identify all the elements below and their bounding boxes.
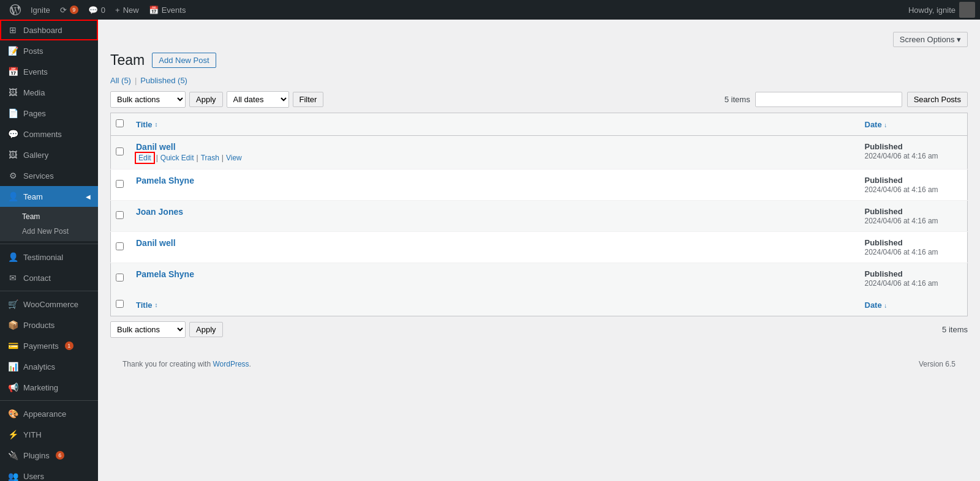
sidebar-item-label: Testimonial bbox=[23, 253, 63, 262]
updates-icon: ⟳ bbox=[60, 6, 67, 15]
wp-logo-btn[interactable] bbox=[5, 0, 26, 20]
quick-edit-link[interactable]: Quick Edit bbox=[160, 154, 194, 162]
post-status: Published bbox=[865, 176, 903, 185]
analytics-icon: 📊 bbox=[7, 361, 18, 372]
select-all-footer-checkbox[interactable] bbox=[116, 300, 124, 308]
post-date: 2024/04/06 at 4:16 am bbox=[865, 217, 938, 225]
apply-button-bottom[interactable]: Apply bbox=[189, 322, 223, 337]
sidebar-item-team[interactable]: 👤 Team ◀ bbox=[0, 186, 98, 207]
comments-btn[interactable]: 💬 0 bbox=[83, 0, 110, 20]
row-date-cell: Published 2024/04/06 at 4:16 am bbox=[858, 201, 968, 232]
title-column-header[interactable]: Title ↕ bbox=[129, 113, 858, 136]
row-checkbox[interactable] bbox=[116, 274, 124, 282]
edit-link[interactable]: Edit bbox=[138, 154, 151, 162]
date-column-footer[interactable]: Date ↓ bbox=[858, 294, 968, 316]
post-title-link[interactable]: Danil well bbox=[136, 238, 850, 248]
sidebar-item-label: Media bbox=[23, 88, 45, 97]
sidebar-item-testimonial[interactable]: 👤 Testimonial bbox=[0, 247, 98, 267]
items-count-top: 5 items bbox=[725, 95, 750, 104]
sidebar-item-services[interactable]: ⚙ Services bbox=[0, 165, 98, 186]
sidebar-item-posts[interactable]: 📝 Posts bbox=[0, 40, 98, 61]
select-all-checkbox[interactable] bbox=[116, 119, 124, 127]
yith-icon: ⚡ bbox=[7, 429, 18, 440]
view-link[interactable]: View bbox=[226, 154, 242, 162]
sidebar-item-media[interactable]: 🖼 Media bbox=[0, 82, 98, 103]
row-title-cell: Pamela Shyne bbox=[129, 263, 858, 294]
updates-btn[interactable]: ⟳ 9 bbox=[55, 0, 83, 20]
bulk-actions-select-top[interactable]: Bulk actions bbox=[110, 91, 186, 108]
sidebar-item-label: Team bbox=[23, 192, 43, 201]
sidebar-item-analytics[interactable]: 📊 Analytics bbox=[0, 356, 98, 377]
row-checkbox[interactable] bbox=[116, 242, 124, 250]
row-checkbox[interactable] bbox=[116, 147, 124, 155]
post-title-link[interactable]: Danil well bbox=[136, 142, 850, 152]
post-title-link[interactable]: Pamela Shyne bbox=[136, 269, 850, 279]
gallery-icon: 🖼 bbox=[7, 149, 18, 160]
submenu-item-team[interactable]: Team bbox=[0, 209, 98, 224]
row-date-cell: Published 2024/04/06 at 4:16 am bbox=[858, 136, 968, 170]
post-title-link[interactable]: Pamela Shyne bbox=[136, 176, 850, 185]
table-row: Danil well Edit | Quick Edit | Trash | V… bbox=[111, 136, 968, 170]
sidebar-item-users[interactable]: 👥 Users bbox=[0, 466, 98, 481]
site-name: Ignite bbox=[31, 6, 50, 15]
sidebar-item-label: Dashboard bbox=[23, 26, 62, 35]
table-row: Pamela Shyne Published 2024/04/06 at 4:1… bbox=[111, 263, 968, 294]
sidebar-item-dashboard[interactable]: ⊞ Dashboard bbox=[0, 20, 98, 40]
date-column-header[interactable]: Date ↓ bbox=[858, 113, 968, 136]
row-checkbox[interactable] bbox=[116, 211, 124, 219]
main-content: Screen Options ▾ Team Add New Post All (… bbox=[98, 20, 980, 481]
row-checkbox[interactable] bbox=[116, 180, 124, 188]
sidebar-item-gallery[interactable]: 🖼 Gallery bbox=[0, 144, 98, 165]
tablenav-bottom-right: 5 items bbox=[942, 325, 968, 334]
dates-select[interactable]: All dates bbox=[227, 91, 289, 108]
bulk-actions-select-bottom[interactable]: Bulk actions bbox=[110, 321, 186, 338]
page-heading: Team Add New Post bbox=[110, 52, 968, 69]
filter-published-link[interactable]: Published (5) bbox=[140, 76, 187, 85]
search-input[interactable] bbox=[755, 92, 902, 107]
post-title-link[interactable]: Joan Jones bbox=[136, 207, 850, 217]
row-checkbox-cell bbox=[111, 232, 129, 263]
row-checkbox-cell bbox=[111, 170, 129, 201]
screen-options-button[interactable]: Screen Options ▾ bbox=[893, 32, 968, 47]
new-content-btn[interactable]: + New bbox=[110, 0, 144, 20]
apply-button-top[interactable]: Apply bbox=[189, 92, 223, 107]
sidebar-item-comments[interactable]: 💬 Comments bbox=[0, 124, 98, 144]
sidebar-item-products[interactable]: 📦 Products bbox=[0, 315, 98, 335]
page-title: Team bbox=[110, 52, 145, 69]
filter-all-link[interactable]: All (5) bbox=[110, 76, 131, 85]
table-row: Danil well Published 2024/04/06 at 4:16 … bbox=[111, 232, 968, 263]
title-column-footer[interactable]: Title ↕ bbox=[129, 294, 858, 316]
events-btn[interactable]: 📅 Events bbox=[144, 0, 191, 20]
sidebar-item-pages[interactable]: 📄 Pages bbox=[0, 103, 98, 124]
sidebar-item-appearance[interactable]: 🎨 Appearance bbox=[0, 403, 98, 424]
sidebar-item-label: Gallery bbox=[23, 151, 48, 160]
sidebar-item-payments[interactable]: 💳 Payments 1 bbox=[0, 335, 98, 356]
site-name-btn[interactable]: Ignite bbox=[26, 0, 55, 20]
sidebar-item-label: Comments bbox=[23, 130, 62, 139]
sidebar-item-marketing[interactable]: 📢 Marketing bbox=[0, 377, 98, 398]
sidebar-item-yith[interactable]: ⚡ YITH bbox=[0, 424, 98, 445]
admin-bar-right: Howdy, ignite bbox=[908, 2, 975, 18]
admin-bar: Ignite ⟳ 9 💬 0 + New 📅 Events Howdy, ign… bbox=[0, 0, 980, 20]
posts-list: Danil well Edit | Quick Edit | Trash | V… bbox=[111, 136, 968, 294]
add-new-post-button[interactable]: Add New Post bbox=[152, 53, 216, 68]
sidebar-item-woocommerce[interactable]: 🛒 WooCommerce bbox=[0, 294, 98, 315]
updates-badge: 9 bbox=[70, 6, 78, 14]
table-header-row: Title ↕ Date ↓ bbox=[111, 113, 968, 136]
row-checkbox-cell bbox=[111, 136, 129, 170]
sidebar: ⊞ Dashboard 📝 Posts 📅 Events 🖼 Media 📄 P… bbox=[0, 20, 98, 481]
wordpress-link[interactable]: WordPress bbox=[213, 360, 249, 368]
submenu-item-add-new[interactable]: Add New Post bbox=[0, 224, 98, 239]
sidebar-item-contact[interactable]: ✉ Contact bbox=[0, 267, 98, 288]
sidebar-item-events[interactable]: 📅 Events bbox=[0, 61, 98, 82]
sidebar-item-plugins[interactable]: 🔌 Plugins 6 bbox=[0, 445, 98, 466]
filter-button[interactable]: Filter bbox=[293, 92, 324, 107]
search-posts-button[interactable]: Search Posts bbox=[907, 92, 968, 107]
collapse-icon: ◀ bbox=[86, 193, 91, 200]
post-status: Published bbox=[865, 207, 903, 216]
post-date: 2024/04/06 at 4:16 am bbox=[865, 185, 938, 194]
row-date-cell: Published 2024/04/06 at 4:16 am bbox=[858, 263, 968, 294]
date-sort-icon: ↓ bbox=[884, 122, 887, 129]
title-sort-icon-footer: ↕ bbox=[155, 302, 158, 308]
trash-link[interactable]: Trash bbox=[201, 154, 219, 162]
